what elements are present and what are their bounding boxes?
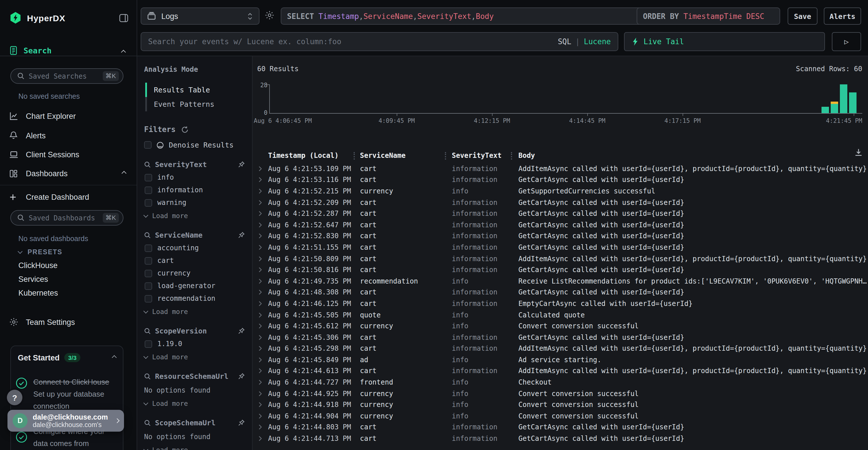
row-expand-chevron-icon[interactable]	[258, 379, 262, 385]
table-row[interactable]: Aug 6 4:21:44.803 PMcartinformationGetCa…	[253, 422, 868, 433]
search-icon[interactable]	[144, 327, 151, 334]
table-row[interactable]: Aug 6 4:21:44.613 PMcartinformationAddIt…	[253, 365, 868, 377]
sidebar-item-dashboards[interactable]: Dashboards	[0, 166, 137, 181]
row-expand-chevron-icon[interactable]	[258, 188, 262, 194]
pin-icon[interactable]	[238, 231, 245, 239]
table-row[interactable]: Aug 6 4:21:44.925 PMcurrencyinfoConvert …	[253, 388, 868, 399]
sidebar-item-search[interactable]: Search	[9, 46, 52, 55]
table-row[interactable]: Aug 6 4:21:52.209 PMcartinformationGetCa…	[253, 197, 868, 208]
row-expand-chevron-icon[interactable]	[258, 424, 262, 430]
histogram-bar[interactable]	[849, 92, 857, 113]
row-expand-chevron-icon[interactable]	[258, 211, 262, 216]
load-more-button[interactable]: Load more	[144, 446, 245, 450]
table-row[interactable]: Aug 6 4:21:44.904 PMcurrencyinfoConvert …	[253, 410, 868, 422]
search-input[interactable]	[148, 37, 553, 46]
search-icon[interactable]	[144, 161, 151, 168]
search-icon[interactable]	[144, 232, 151, 238]
table-row[interactable]: Aug 6 4:21:44.918 PMcurrencyinfoConvert …	[253, 399, 868, 410]
pin-icon[interactable]	[238, 373, 245, 380]
column-resize-handle[interactable]	[445, 152, 446, 160]
table-row[interactable]: Aug 6 4:21:52.647 PMcartinformationGetCa…	[253, 219, 868, 230]
filter-option-recommendation[interactable]: recommendation	[145, 294, 245, 302]
row-expand-chevron-icon[interactable]	[258, 346, 262, 352]
sidebar-collapse-icon[interactable]	[119, 14, 129, 22]
row-expand-chevron-icon[interactable]	[258, 256, 262, 261]
table-row[interactable]: Aug 6 4:21:52.830 PMcartinformationGetCa…	[253, 230, 868, 242]
table-row[interactable]: Aug 6 4:21:50.809 PMcartinformationAddIt…	[253, 253, 868, 264]
row-expand-chevron-icon[interactable]	[258, 301, 262, 307]
filter-option-warning[interactable]: warning	[145, 199, 245, 206]
refresh-icon[interactable]	[181, 125, 189, 133]
filter-option-accounting[interactable]: accounting	[145, 244, 245, 252]
row-expand-chevron-icon[interactable]	[258, 357, 262, 363]
filter-option-currency[interactable]: currency	[145, 269, 245, 277]
row-expand-chevron-icon[interactable]	[258, 312, 262, 318]
table-row[interactable]: Aug 6 4:21:45.612 PMcurrencyinfoConvert …	[253, 321, 868, 332]
pin-icon[interactable]	[238, 327, 245, 334]
row-expand-chevron-icon[interactable]	[258, 323, 262, 329]
filter-option-information[interactable]: information	[145, 186, 245, 194]
pin-icon[interactable]	[238, 419, 245, 426]
search-icon[interactable]	[144, 419, 151, 426]
row-expand-chevron-icon[interactable]	[258, 368, 262, 374]
lucene-mode-toggle[interactable]: Lucene	[584, 37, 611, 46]
row-expand-chevron-icon[interactable]	[258, 334, 262, 340]
source-settings-gear-icon[interactable]	[265, 10, 274, 20]
column-header-body[interactable]: Body	[518, 152, 535, 160]
table-row[interactable]: Aug 6 4:21:45.306 PMcartinformationGetCa…	[253, 332, 868, 343]
filter-option-load-generator[interactable]: load-generator	[145, 282, 245, 290]
sidebar-item-chart-explorer[interactable]: Chart Explorer	[0, 108, 137, 123]
row-expand-chevron-icon[interactable]	[258, 402, 262, 408]
column-resize-handle[interactable]	[353, 152, 355, 160]
run-query-play-button[interactable]: ▷	[832, 32, 861, 51]
column-header-timestamp[interactable]: Timestamp (Local)	[268, 152, 339, 160]
table-row[interactable]: Aug 6 4:21:48.308 PMcartinformationGetCa…	[253, 287, 868, 298]
denoise-results-checkbox[interactable]: Denoise Results	[144, 141, 245, 149]
table-row[interactable]: Aug 6 4:21:45.505 PMquoteinfoCalculated …	[253, 309, 868, 320]
chevron-up-icon[interactable]	[112, 355, 117, 360]
sql-mode-toggle[interactable]: SQL	[558, 37, 571, 46]
brand-logo[interactable]: HyperDX	[9, 11, 65, 24]
mode-results-table[interactable]: Results Table	[144, 83, 245, 97]
chevron-up-icon[interactable]	[121, 50, 126, 55]
filter-option-1.19.0[interactable]: 1.19.0	[145, 340, 245, 348]
load-more-button[interactable]: Load more	[144, 399, 245, 408]
table-row[interactable]: Aug 6 4:21:52.215 PMcurrencyinfoGetSuppo…	[253, 185, 868, 197]
row-expand-chevron-icon[interactable]	[258, 166, 262, 172]
column-header-servicename[interactable]: ServiceName	[360, 152, 406, 160]
row-expand-chevron-icon[interactable]	[258, 290, 262, 295]
row-expand-chevron-icon[interactable]	[258, 436, 262, 441]
column-resize-handle[interactable]	[511, 152, 512, 160]
histogram-bar[interactable]	[822, 107, 829, 113]
row-expand-chevron-icon[interactable]	[258, 245, 262, 250]
row-expand-chevron-icon[interactable]	[258, 222, 262, 228]
saved-dashboards-searchbox[interactable]: ⌘K	[10, 210, 123, 226]
row-expand-chevron-icon[interactable]	[258, 267, 262, 272]
save-button[interactable]: Save	[787, 7, 817, 25]
row-expand-chevron-icon[interactable]	[258, 233, 262, 239]
order-by-input[interactable]: ORDER BY TimestampTime DESC	[637, 7, 780, 25]
row-expand-chevron-icon[interactable]	[258, 177, 262, 183]
saved-dashboards-input[interactable]	[29, 214, 98, 222]
sidebar-item-team-settings[interactable]: Team Settings	[0, 315, 137, 329]
load-more-button[interactable]: Load more	[144, 212, 245, 220]
alerts-button[interactable]: Alerts	[824, 7, 861, 25]
row-expand-chevron-icon[interactable]	[258, 391, 262, 396]
table-row[interactable]: Aug 6 4:21:49.735 PMrecommendationinfoRe…	[253, 276, 868, 287]
column-header-severitytext[interactable]: SeverityText	[452, 152, 501, 160]
table-row[interactable]: Aug 6 4:21:44.713 PMcartinformationGetCa…	[253, 433, 868, 444]
filter-option-cart[interactable]: cart	[145, 257, 245, 265]
histogram-bar[interactable]	[840, 84, 847, 113]
sidebar-item-services-preset[interactable]: Services	[19, 275, 48, 284]
sidebar-item-client-sessions[interactable]: Client Sessions	[0, 147, 137, 162]
create-dashboard-button[interactable]: Create Dashboard	[0, 189, 137, 204]
filter-option-info[interactable]: info	[145, 173, 245, 181]
get-started-step-connect[interactable]: Connect to ClickHouse Set up your databa…	[16, 376, 112, 412]
sidebar-item-kubernetes-preset[interactable]: Kubernetes	[19, 289, 58, 297]
user-profile-chip[interactable]: D dale@clickhouse.com dale@clickhouse.co…	[7, 410, 124, 431]
download-csv-icon[interactable]	[854, 148, 863, 157]
mode-event-patterns[interactable]: Event Patterns	[144, 97, 245, 111]
table-row[interactable]: Aug 6 4:21:44.727 PMfrontendinfoCheckout	[253, 377, 868, 388]
table-row[interactable]: Aug 6 4:21:53.109 PMcartinformationAddIt…	[253, 163, 868, 174]
pin-icon[interactable]	[238, 161, 245, 168]
